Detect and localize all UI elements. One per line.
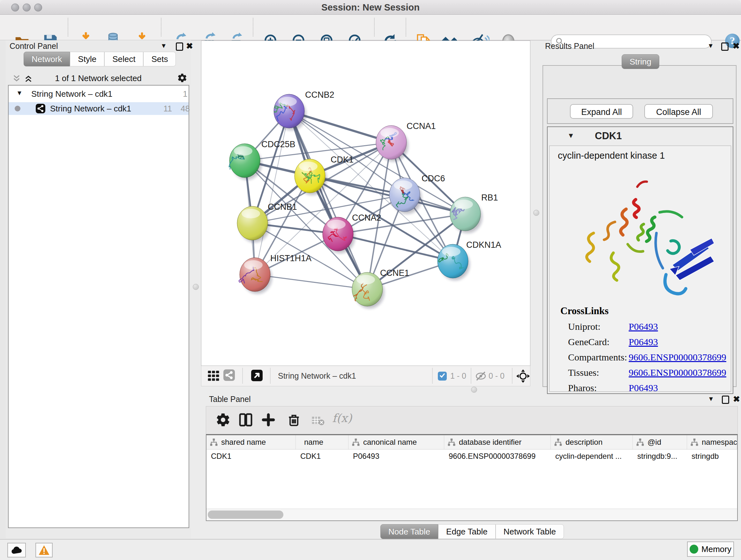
close-panel-icon[interactable]: ✖ [733,43,740,49]
float-panel-icon[interactable] [722,395,729,404]
network-view-toolbar: String Network – cdk1 1 - 0 0 - 0 [201,366,530,386]
table-panel: Table Panel ▼ ✖ f(x) shared namenamecano… [204,392,741,539]
warning-icon [38,545,50,556]
cloud-status-button[interactable] [7,543,26,557]
network-style-icon[interactable] [223,369,235,381]
crosslink-link[interactable]: P06493 [629,382,658,392]
column-label: @id [648,438,661,447]
collapse-all-button[interactable]: Collapse All [644,104,713,119]
network-canvas[interactable]: CCNB2CCNA1CDC25BCDK1CDC6RB1CCNB1CCNA2CDK… [201,41,530,366]
table-cell[interactable]: CDK1 [206,449,296,463]
float-panel-icon[interactable] [721,43,729,51]
network-view-title: String Network – cdk1 [278,371,356,381]
tab-edge-table[interactable]: Edge Table [438,524,495,539]
table-row[interactable]: CDK1CDK1P064939606.ENSP00000378699cyclin… [206,449,737,463]
tab-string[interactable]: String [622,54,659,69]
float-panel-icon[interactable] [176,43,183,51]
pan-crosshair-icon[interactable] [516,369,530,383]
network-node-CDC25B[interactable] [229,144,262,180]
column-header-namespace[interactable]: namespace [687,435,737,449]
node-label-CCNB2: CCNB2 [305,90,334,100]
close-panel-icon[interactable]: ✖ [186,43,193,49]
collapse-panel-icon[interactable]: ▼ [708,42,714,50]
network-node-CDK1[interactable] [294,159,327,195]
tab-sets[interactable]: Sets [143,52,176,66]
toolbar-separator [253,18,253,37]
tab-node-table[interactable]: Node Table [381,524,438,539]
crosslink-row: Uniprot:P06493 [568,321,731,332]
gene-section-body: cyclin-dependent kinase 1 [549,145,731,392]
birdseye-view-icon[interactable] [251,370,263,381]
hidden-node-edge-counts: 0 - 0 [488,371,504,381]
grid-view-icon[interactable] [207,370,220,382]
right-splitter-handle[interactable] [533,210,539,216]
collapse-panel-icon[interactable]: ▼ [708,395,714,402]
column-header-canonical-name[interactable]: canonical name [348,435,444,449]
column-header-name[interactable]: name [296,435,348,449]
window-title: Session: New Session [0,2,741,13]
column-header-database-identifier[interactable]: database identifier [444,435,551,449]
gear-icon[interactable] [177,73,187,83]
table-cell[interactable]: cyclin-dependent ... [551,449,633,463]
left-splitter-handle[interactable] [193,284,199,290]
crosslink-link[interactable]: P06493 [629,321,658,332]
table-cell[interactable]: P06493 [348,449,444,463]
control-panel-tabs: NetworkStyleSelectSets [23,52,176,66]
separator [432,368,433,384]
crosslink-link[interactable]: 9606.ENSP00000378699 [629,367,726,378]
delete-table-icon[interactable] [312,415,325,426]
network-node-CCNE1[interactable] [352,272,384,308]
scrollbar-thumb[interactable] [208,510,283,519]
left-gutter [0,40,6,538]
network-row[interactable]: String Network – cdk1 11 48 [9,102,189,115]
crosslink-link[interactable]: P06493 [629,336,658,347]
tree-expand-icon[interactable]: ▼ [16,89,23,97]
column-header-description[interactable]: description [551,435,633,449]
warnings-button[interactable] [36,543,53,557]
gene-section-header[interactable]: ▼ CDK1 [548,127,733,145]
network-node-CDKN1A[interactable] [437,244,470,280]
selected-checkbox-icon[interactable] [438,372,447,381]
network-node-RB1[interactable] [450,197,482,233]
table-cell[interactable]: stringdb:9... [633,449,687,463]
tab-network[interactable]: Network [23,52,70,66]
gene-name: CDK1 [595,130,622,142]
column-header-shared-name[interactable]: shared name [206,435,296,449]
gear-icon[interactable] [215,412,231,428]
separator [242,368,243,384]
trash-icon[interactable] [287,412,301,428]
tab-style[interactable]: Style [70,52,105,66]
table-cell[interactable]: 9606.ENSP00000378699 [444,449,551,463]
crosslinks-title: CrossLinks [560,305,731,317]
memory-button[interactable]: Memory [687,542,734,557]
current-network-bullet-icon [15,106,20,111]
table-cell[interactable]: CDK1 [296,449,348,463]
tab-select[interactable]: Select [105,52,143,66]
function-builder-button[interactable]: f(x) [332,412,352,425]
add-column-icon[interactable] [238,412,253,428]
network-selection-status: 1 of 1 Network selected [6,73,191,83]
network-edge-CCNB2-HIST1H1A[interactable] [255,111,289,274]
close-panel-icon[interactable]: ✖ [733,396,740,402]
column-header--id[interactable]: @id [633,435,687,449]
section-collapse-icon[interactable]: ▼ [567,132,575,140]
table-horizontal-scrollbar[interactable] [206,509,737,520]
tab-network-table[interactable]: Network Table [495,524,564,539]
network-tree: ▼ String Network – cdk1 1 String Network… [8,85,189,528]
network-collection-row[interactable]: ▼ String Network – cdk1 1 [9,85,189,102]
table-toolbar: f(x) [206,406,738,434]
table-cell[interactable]: stringdb [687,449,737,463]
network-node-CCNB1[interactable] [237,206,269,242]
node-table: shared namenamecanonical namedatabase id… [206,434,738,521]
collapse-panel-icon[interactable]: ▼ [160,42,167,50]
expand-all-button[interactable]: Expand All [570,104,633,119]
crosslink-row: Pharos:P06493 [568,382,731,392]
hidden-eye-slash-icon[interactable] [475,371,488,381]
network-node-CCNA1[interactable] [376,125,408,162]
node-label-CDK1: CDK1 [331,155,354,165]
crosslink-link[interactable]: 9606.ENSP00000378699 [629,352,726,362]
add-row-icon[interactable] [261,412,276,428]
table-header-row: shared namenamecanonical namedatabase id… [206,435,737,449]
network-node-CDC6[interactable] [389,178,421,214]
network-node-CCNB2[interactable] [274,94,306,130]
